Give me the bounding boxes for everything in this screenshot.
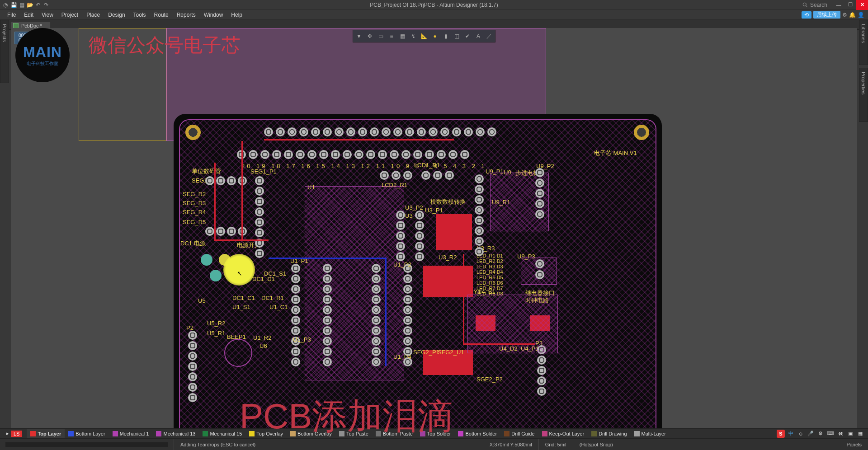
cursor-pointer [237,270,238,271]
logo-sub: 电子科技工作室 [27,61,58,67]
system-tray: S 中 ☺ 🎤 ⚙ ⌨ 🛠 ▣ ▦ [777,430,868,438]
save-all-icon[interactable]: ▤ [18,1,25,9]
status-grid: Grid: 5mil [538,439,573,450]
label-u3r2: U3_R2 [439,254,457,261]
search-wrap[interactable]: Search [802,2,827,8]
keyboard-icon[interactable]: ⌨ [826,430,835,438]
minimize-button[interactable]: — [833,0,844,10]
label-u1c1: U1_C1 [269,304,288,310]
highlight-icon[interactable]: ● [430,31,440,41]
label-segr2: SEG_R2 [183,191,206,197]
search-icon [802,2,808,8]
menu-place[interactable]: Place [83,10,104,19]
layer-set-button[interactable]: ▸LS [3,429,27,438]
layer-color-icon[interactable]: ▮ [441,31,451,41]
cloud-upload-button[interactable]: 后续上传 [813,11,840,19]
filter-icon[interactable]: ▼ [354,31,364,41]
menu-file[interactable]: File [4,10,19,19]
layer-tab-top[interactable]: Top Layer [27,429,65,438]
mcu-pads-right [372,264,381,366]
projects-rail[interactable]: Projects [0,20,9,83]
drc-icon[interactable]: ✔ [462,31,472,41]
u3-chip [436,214,472,250]
layer-tab-bottom[interactable]: Bottom Layer [65,429,108,438]
emoji-icon[interactable]: ☺ [797,430,805,438]
mcu-outline [305,186,404,380]
box-icon[interactable]: ▣ [846,430,854,438]
dc-pad [210,270,222,281]
status-snap: (Hotspot Snap) [573,439,619,450]
mic-icon[interactable]: 🎤 [807,430,815,438]
text-icon[interactable]: A [473,31,483,41]
layer-tab-mech15[interactable]: Mechanical 15 [199,429,245,438]
svg-point-0 [803,3,806,6]
menu-reports[interactable]: Reports [173,10,199,19]
menu-design[interactable]: Design [104,10,128,19]
grid-icon[interactable]: ▦ [397,31,407,41]
libraries-rail[interactable]: Libraries [859,20,868,65]
label-u1: U1 [307,184,315,191]
grid-tray-icon[interactable]: ▦ [856,430,864,438]
properties-rail[interactable]: Properties [859,68,868,122]
align-icon[interactable]: ≡ [387,31,396,41]
save-icon[interactable]: 💾 [10,1,17,9]
layer-tab-mech1[interactable]: Mechanical 1 [109,429,153,438]
label-u5r1: U5_R1 [207,330,225,337]
menu-view[interactable]: View [38,10,57,19]
layer-tab-drillguide[interactable]: Drill Guide [500,429,538,438]
menu-tools[interactable]: Tools [130,10,150,19]
lcd1-pads [380,171,412,180]
seg-pads-row1 [205,176,247,185]
watermark-wechat: 微信公众号电子芯 [89,33,241,58]
layer-tab-multi[interactable]: Multi-Layer [631,429,670,438]
label-ledr6: LED_R6 D6 [476,280,503,286]
label-u4b1: U4_B1 [477,288,495,295]
gear-icon[interactable]: ⚙ [842,12,847,18]
user-icon[interactable]: 👤 [858,12,864,18]
layer-tab-botsolder[interactable]: Bottom Solder [454,429,500,438]
measure-icon[interactable]: 📐 [419,31,429,41]
select-rect-icon[interactable]: ▭ [376,31,386,41]
menu-route[interactable]: Route [151,10,172,19]
mcu-pads-left [291,264,300,366]
logo-main: MAIN [23,44,62,61]
route-icon[interactable]: ↯ [408,31,418,41]
label-adc: 模数数模转换 [430,198,466,206]
zh-icon[interactable]: 中 [787,430,795,438]
menu-help[interactable]: Help [227,10,246,19]
move-icon[interactable]: ✥ [365,31,375,41]
watermark-caption: PCB添加泪滴 [240,393,453,441]
u3-pads [396,211,405,261]
menu-window[interactable]: Window [200,10,227,19]
menu-edit[interactable]: Edit [20,10,37,19]
layer-tab-drilldraw[interactable]: Drill Drawing [588,429,630,438]
undo-icon[interactable]: ↶ [34,1,42,9]
label-ledr5: LED_R5 D5 [476,275,503,280]
layer-tab-mech13[interactable]: Mechanical 13 [152,429,199,438]
open-icon[interactable]: 📂 [26,1,33,9]
ime-icon[interactable]: S [777,430,785,438]
maximize-button[interactable]: ❐ [844,0,856,10]
label-u1p4: U1_P4 [393,353,411,360]
tool-icon[interactable]: 🛠 [836,430,844,438]
pcb-canvas[interactable]: 电子芯 MAIN V1 20 19 18 17 16 15 14 13 12 1… [11,28,857,428]
header-numbers: 20 19 18 17 16 15 14 13 12 11 10 9 8 7 6… [241,163,487,169]
close-button[interactable]: ✕ [856,0,868,10]
u9-pads-left [475,174,484,256]
menu-project[interactable]: Project [58,10,82,19]
share-button[interactable]: ⟲ [802,11,811,19]
progress-bar [5,442,168,447]
dimension-icon[interactable]: ／ [484,31,494,41]
redo-icon[interactable]: ↷ [42,1,50,9]
status-coords: X:370mil Y:5080mil [483,439,538,450]
u3-pads2 [415,211,424,261]
layer-tab-keepout[interactable]: Keep-Out Layer [538,429,588,438]
settings-icon[interactable]: ⚙ [816,430,825,438]
mcu-pads-right2 [403,264,412,366]
dipswitch-1 [423,266,473,297]
panels-button[interactable]: Panels [840,442,868,447]
label-dc1: DC1 电源 [180,239,206,248]
bell-icon[interactable]: 🔔 [849,12,856,18]
svg-line-1 [806,5,807,7]
polygon-icon[interactable]: ◫ [452,31,462,41]
